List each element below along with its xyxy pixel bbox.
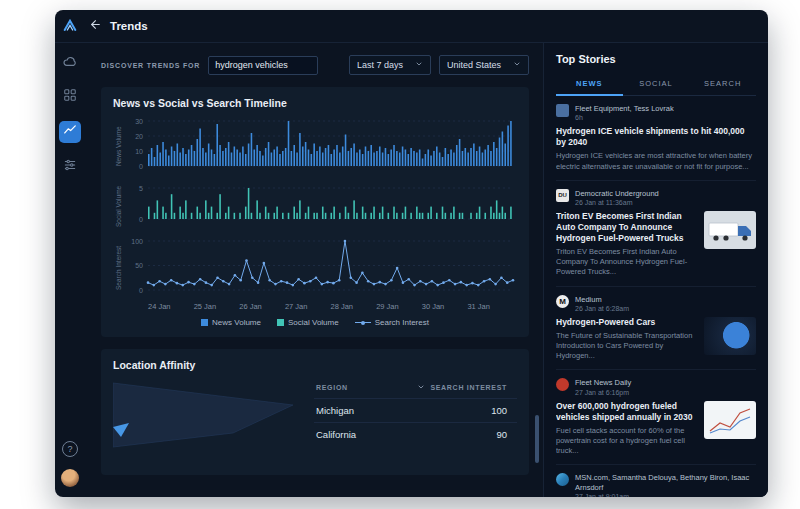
timeline-card-title: News vs Social vs Search Timeline (113, 97, 517, 109)
story-timestamp: 26 Jan at 6:28am (575, 305, 629, 312)
svg-text:50: 50 (135, 262, 143, 269)
tab-news[interactable]: NEWS (556, 74, 623, 96)
story-headline: Over 600,000 hydrogen fueled vehicles sh… (556, 401, 696, 423)
chevron-down-icon (513, 60, 521, 70)
location-map[interactable] (113, 379, 298, 465)
grid-icon (63, 88, 77, 106)
table-row[interactable]: California 90 (314, 422, 517, 446)
region-select[interactable]: United States (439, 55, 529, 75)
x-axis-tick-label: 31 Jan (467, 302, 490, 311)
news-volume-swatch (201, 319, 208, 326)
sidebar-item-dashboard[interactable] (61, 88, 79, 106)
svg-text:5: 5 (139, 185, 143, 192)
story-timestamp: 26 Jan at 11:36am (575, 199, 659, 206)
x-axis-tick-label: 26 Jan (239, 302, 262, 311)
social-volume-swatch (277, 319, 284, 326)
story-item[interactable]: M Medium 26 Jan at 6:28am Hydrogen-Power… (556, 287, 756, 371)
svg-text:0: 0 (139, 287, 143, 294)
social-volume-axis-label: Social Volume (113, 183, 124, 229)
svg-text:10: 10 (135, 148, 143, 155)
story-item[interactable]: DU Democratic Underground 26 Jan at 11:3… (556, 181, 756, 287)
trend-line-icon (63, 123, 77, 141)
cloud-icon (62, 54, 78, 74)
page-title: Trends (110, 20, 148, 32)
svg-text:0: 0 (139, 216, 143, 223)
story-item[interactable]: MSN.com, Samantha Delouya, Bethany Biron… (556, 465, 756, 497)
tab-search[interactable]: SEARCH (689, 74, 756, 95)
x-axis-tick-label: 24 Jan (148, 302, 171, 311)
story-source-icon: DU (556, 189, 569, 202)
tab-social[interactable]: SOCIAL (623, 74, 690, 95)
top-stories-tabs: NEWS SOCIAL SEARCH (556, 74, 756, 96)
timeline-x-axis: 24 Jan25 Jan26 Jan27 Jan28 Jan29 Jan30 J… (124, 300, 517, 312)
date-range-select[interactable]: Last 7 days (349, 55, 431, 75)
story-source: Democratic Underground (575, 189, 659, 198)
legend-news-volume[interactable]: News Volume (201, 318, 261, 327)
story-thumbnail (704, 211, 756, 249)
x-axis-tick-label: 28 Jan (331, 302, 354, 311)
help-icon[interactable]: ? (62, 441, 78, 457)
sliders-icon (63, 158, 77, 176)
table-row[interactable]: Michigan 100 (314, 398, 517, 422)
region-cell: Michigan (316, 405, 354, 416)
back-button[interactable] (87, 16, 104, 36)
story-snippet: The Future of Sustainable Transportation… (556, 331, 696, 361)
sort-chevron-icon (417, 383, 425, 392)
sidebar-item-settings[interactable] (61, 158, 79, 176)
sidebar-item-trends[interactable] (59, 121, 81, 143)
app-window: Trends ? (55, 10, 768, 497)
story-snippet: Fuel cell stacks account for 60% of the … (556, 426, 696, 456)
search-interest-cell: 90 (496, 429, 507, 440)
svg-text:20: 20 (135, 133, 143, 140)
arrow-left-icon (89, 18, 102, 34)
location-table-header: REGION SEARCH INTEREST (314, 379, 517, 398)
search-interest-column-header[interactable]: SEARCH INTEREST (417, 383, 507, 392)
x-axis-tick-label: 27 Jan (285, 302, 308, 311)
sidebar: ? (55, 43, 85, 497)
social-volume-chart: 05 (124, 183, 517, 229)
app-logo-icon[interactable] (55, 18, 85, 34)
legend-search-interest[interactable]: Search Interest (355, 318, 429, 327)
trend-controls: DISCOVER TRENDS FOR Last 7 days United S… (101, 55, 529, 75)
story-source-icon (556, 104, 569, 117)
timeline-card: News vs Social vs Search Timeline News V… (101, 87, 529, 337)
stories-list: Fleet Equipment, Tess Lovrak 6h Hydrogen… (556, 96, 756, 497)
top-bar: Trends (55, 10, 768, 43)
region-cell: California (316, 429, 356, 440)
search-interest-cell: 100 (491, 405, 507, 416)
legend-social-volume[interactable]: Social Volume (277, 318, 339, 327)
story-source-icon (556, 473, 569, 486)
x-axis-tick-label: 30 Jan (422, 302, 445, 311)
story-timestamp: 27 Jan at 6:16pm (575, 389, 631, 396)
chart-legend: News Volume Social Volume Search Interes… (113, 318, 517, 327)
page-background: Trends ? (0, 0, 800, 509)
story-item[interactable]: Fleet News Daily 27 Jan at 6:16pm Over 6… (556, 370, 756, 465)
story-thumbnail (704, 317, 756, 355)
top-stories-title: Top Stories (556, 53, 756, 65)
story-headline: Triton EV Becomes First Indian Auto Comp… (556, 211, 696, 244)
location-affinity-title: Location Affinity (113, 359, 517, 371)
story-source-icon (556, 378, 569, 391)
story-timestamp: 6h (575, 114, 674, 121)
chevron-down-icon (415, 60, 423, 70)
location-table: REGION SEARCH INTEREST Michigan 100 (314, 379, 517, 465)
top-stories-panel: Top Stories NEWS SOCIAL SEARCH Fleet Equ… (543, 43, 768, 497)
location-affinity-card: Location Affinity REGION SEARCH INT (101, 349, 529, 475)
story-headline: Hydrogen ICE vehicle shipments to hit 40… (556, 126, 756, 148)
story-source: Fleet News Daily (575, 378, 631, 387)
story-item[interactable]: Fleet Equipment, Tess Lovrak 6h Hydrogen… (556, 96, 756, 181)
region-column-header[interactable]: REGION (316, 384, 348, 391)
story-headline: Hydrogen-Powered Cars (556, 317, 696, 328)
story-source: Fleet Equipment, Tess Lovrak (575, 104, 674, 113)
sidebar-item-cloud[interactable] (61, 55, 79, 73)
story-source: MSN.com, Samantha Delouya, Bethany Biron… (575, 473, 756, 492)
user-avatar[interactable] (61, 469, 79, 487)
story-thumbnail (704, 401, 756, 439)
trend-search-input[interactable] (208, 56, 318, 75)
story-timestamp: 27 Jan at 9:01am (575, 493, 756, 497)
main-scrollbar-thumb[interactable] (535, 415, 539, 463)
search-interest-line-swatch (355, 319, 371, 326)
news-volume-axis-label: News Volume (113, 116, 124, 176)
story-source: Medium (575, 295, 629, 304)
story-source-icon: M (556, 295, 569, 308)
